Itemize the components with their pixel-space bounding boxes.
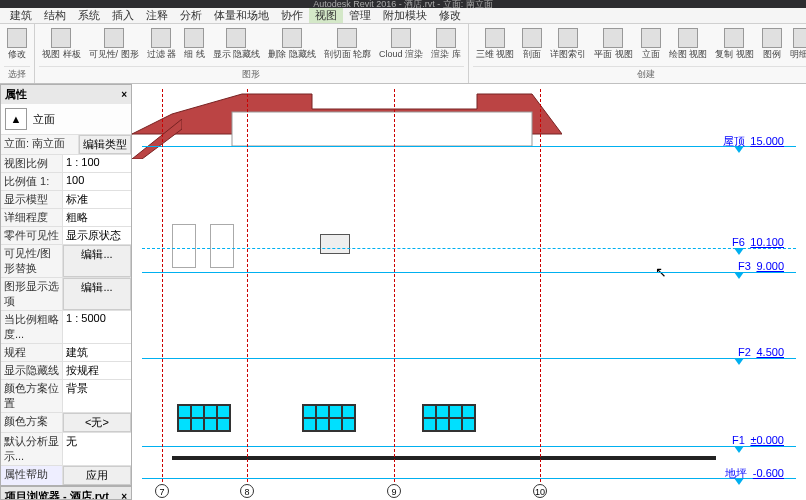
menu-注释[interactable]: 注释 <box>140 8 174 23</box>
menu-附加模块[interactable]: 附加模块 <box>377 8 433 23</box>
ribbon-label: 修改 <box>8 49 26 59</box>
menu-系统[interactable]: 系统 <box>72 8 106 23</box>
property-value[interactable]: 建筑 <box>63 344 131 361</box>
property-value[interactable]: 无 <box>63 433 131 465</box>
grid-bubble-10[interactable]: 10 <box>533 484 547 498</box>
elevation-icon: ▲ <box>5 108 27 130</box>
property-value[interactable]: <无> <box>63 413 131 432</box>
properties-title: 属性 × <box>1 85 131 104</box>
property-row: 默认分析显示...无 <box>1 432 131 465</box>
grid-line-10[interactable] <box>540 89 541 482</box>
level-line-F2[interactable] <box>142 358 796 359</box>
ribbon-label: 剖切面 轮廓 <box>324 49 372 59</box>
menu-体量和场地[interactable]: 体量和场地 <box>208 8 275 23</box>
level-label-F6[interactable]: F6 10.100 <box>732 236 784 248</box>
menu-结构[interactable]: 结构 <box>38 8 72 23</box>
roof-shape <box>132 84 562 164</box>
property-key: 图形显示选项 <box>1 278 63 310</box>
property-value[interactable]: 按规程 <box>63 362 131 379</box>
cursor-icon <box>7 28 27 48</box>
ribbon-leg-button[interactable]: 图例 <box>759 26 785 61</box>
level-label-F1[interactable]: F1 ±0.000 <box>732 434 784 446</box>
property-value[interactable]: 显示原状态 <box>63 227 131 244</box>
property-value[interactable]: 粗略 <box>63 209 131 226</box>
left-panel-stack: 属性 × ▲ 立面 立面: 南立面 编辑类型 视图比例1 : 100比例值 1:… <box>0 84 132 500</box>
property-key: 规程 <box>1 344 63 361</box>
ribbon-show-button[interactable]: 显示 隐藏线 <box>210 26 264 61</box>
property-row: 当比例粗略度...1 : 5000 <box>1 310 131 343</box>
grid-line-9[interactable] <box>394 89 395 482</box>
property-row: 规程建筑 <box>1 343 131 361</box>
property-key: 默认分析显示... <box>1 433 63 465</box>
level-label-屋顶[interactable]: 屋顶 15.000 <box>723 134 784 149</box>
ribbon-dup-button[interactable]: 复制 视图 <box>712 26 757 61</box>
ribbon-sched-button[interactable]: 明细表 <box>787 26 806 61</box>
ribbon-cloud-button[interactable]: Cloud 渲染 <box>376 26 426 61</box>
grid-bubble-8[interactable]: 8 <box>240 484 254 498</box>
level-label-地坪[interactable]: 地坪 -0.600 <box>725 466 784 481</box>
close-icon[interactable]: × <box>121 89 127 100</box>
property-value[interactable]: 背景 <box>63 380 131 412</box>
menu-视图[interactable]: 视图 <box>309 8 343 23</box>
level-line-地坪[interactable] <box>142 478 796 479</box>
ribbon-3d-button[interactable]: 三维 视图 <box>473 26 518 61</box>
property-key: 显示隐藏线 <box>1 362 63 379</box>
edit-type-button[interactable]: 编辑类型 <box>79 135 131 154</box>
property-value[interactable]: 100 <box>63 173 131 190</box>
ribbon-cut-button[interactable]: 剖切面 轮廓 <box>321 26 375 61</box>
grid-bubble-9[interactable]: 9 <box>387 484 401 498</box>
property-value[interactable]: 编辑... <box>63 278 131 310</box>
grid-line-7[interactable] <box>162 89 163 482</box>
ribbon-lib-button[interactable]: 渲染 库 <box>428 26 464 61</box>
ribbon-label: Cloud 渲染 <box>379 49 423 59</box>
leg-icon <box>762 28 782 48</box>
menu-协作[interactable]: 协作 <box>275 8 309 23</box>
ribbon-del-button[interactable]: 删除 隐藏线 <box>265 26 319 61</box>
apply-button[interactable]: 应用 <box>63 466 131 485</box>
properties-type-selector[interactable]: ▲ 立面 <box>1 104 131 134</box>
ribbon-plan-button[interactable]: 平面 视图 <box>591 26 636 61</box>
properties-help-link[interactable]: 属性帮助 <box>1 466 63 485</box>
grid-line-8[interactable] <box>247 89 248 482</box>
ribbon-tmpl-button[interactable]: 视图 样板 <box>39 26 84 61</box>
property-key: 显示模型 <box>1 191 63 208</box>
property-row: 零件可见性显示原状态 <box>1 226 131 244</box>
menu-插入[interactable]: 插入 <box>106 8 140 23</box>
level-label-F2[interactable]: F2 4.500 <box>738 346 784 358</box>
ribbon-group-选择: 修改选择 <box>0 24 35 83</box>
elev-icon <box>641 28 661 48</box>
drawing-canvas[interactable]: ↖ 屋顶 15.000F6 10.100F3 9.000F2 4.500F1 ±… <box>132 84 806 500</box>
ribbon-vis-button[interactable]: 可见性/ 图形 <box>86 26 142 61</box>
menu-分析[interactable]: 分析 <box>174 8 208 23</box>
ribbon-draft-button[interactable]: 绘图 视图 <box>666 26 711 61</box>
ribbon-elev-button[interactable]: 立面 <box>638 26 664 61</box>
level-line-F6[interactable] <box>142 248 796 249</box>
ribbon-label: 剖面 <box>523 49 541 59</box>
close-icon[interactable]: × <box>121 491 127 500</box>
level-label-F3[interactable]: F3 9.000 <box>738 260 784 272</box>
property-value[interactable]: 编辑... <box>63 245 131 277</box>
property-value[interactable]: 标准 <box>63 191 131 208</box>
menu-管理[interactable]: 管理 <box>343 8 377 23</box>
menu-bar: 建筑结构系统插入注释分析体量和场地协作视图管理附加模块修改 <box>0 8 806 24</box>
menu-建筑[interactable]: 建筑 <box>4 8 38 23</box>
ribbon-call-button[interactable]: 详图索引 <box>547 26 589 61</box>
instance-selector[interactable]: 立面: 南立面 <box>1 135 79 154</box>
property-value[interactable]: 1 : 5000 <box>63 311 131 343</box>
ribbon-cursor-button[interactable]: 修改 <box>4 26 30 61</box>
property-key: 当比例粗略度... <box>1 311 63 343</box>
ribbon-label: 复制 视图 <box>715 49 754 59</box>
property-row: 详细程度粗略 <box>1 208 131 226</box>
ribbon-thin-button[interactable]: 细 线 <box>181 26 208 61</box>
property-value[interactable]: 1 : 100 <box>63 155 131 172</box>
ribbon-sec-button[interactable]: 剖面 <box>519 26 545 61</box>
level-line-F3[interactable] <box>142 272 796 273</box>
cloud-icon <box>391 28 411 48</box>
menu-修改[interactable]: 修改 <box>433 8 467 23</box>
level-line-F1[interactable] <box>142 446 796 447</box>
ribbon-filter-button[interactable]: 过滤 器 <box>144 26 180 61</box>
ribbon-label: 绘图 视图 <box>669 49 708 59</box>
level-line-屋顶[interactable] <box>142 146 796 147</box>
grid-bubble-7[interactable]: 7 <box>155 484 169 498</box>
object-outline <box>210 224 234 268</box>
